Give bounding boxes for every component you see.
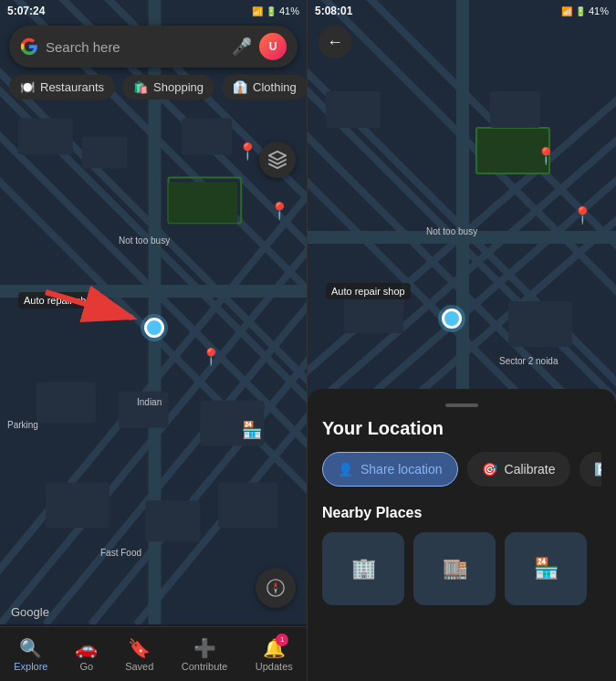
compass-icon	[266, 578, 286, 598]
auto-repair-label: Auto repair shop	[18, 292, 103, 309]
nearby-item-1[interactable]: 🏢	[322, 532, 404, 605]
nearby-item-3[interactable]: 🏪	[505, 532, 587, 605]
saved-label: Saved	[125, 661, 153, 672]
map-pin-4: 🏪	[242, 420, 262, 440]
nearby-image-2: 🏬	[413, 532, 496, 605]
user-avatar[interactable]: U	[259, 33, 287, 60]
search-input[interactable]: Search here	[46, 39, 232, 55]
back-arrow-icon: ←	[327, 33, 343, 52]
explore-label: Explore	[14, 661, 47, 672]
nav-saved[interactable]: 🔖 Saved	[125, 637, 153, 672]
svg-rect-24	[146, 500, 201, 541]
right-status-time: 5:08:01	[315, 5, 352, 17]
svg-rect-25	[218, 482, 277, 528]
mic-icon[interactable]: 🎤	[232, 37, 252, 57]
status-bar: 5:07:24 📶 🔋 41%	[0, 0, 307, 22]
chip-shopping[interactable]: 🛍️ Shopping	[122, 75, 214, 100]
back-button[interactable]: ←	[318, 26, 351, 58]
right-map-pin-1: 📍	[536, 146, 556, 166]
clothing-icon: 👔	[233, 80, 247, 94]
right-user-location-dot	[442, 309, 462, 329]
map-pin-2: 📍	[269, 201, 289, 221]
nearby-image-3: 🏪	[505, 532, 587, 605]
nearby-image-1: 🏢	[322, 532, 404, 605]
compass-button[interactable]	[256, 568, 296, 608]
nav-go[interactable]: 🚗 Go	[76, 637, 98, 672]
bottom-sheet: Your Location 👤 Share location 🎯 Calibra…	[308, 389, 616, 681]
right-status-bar: 5:08:01 📶 🔋 41%	[308, 0, 616, 22]
nearby-places-grid: 🏢 🏬 🏪	[322, 532, 601, 605]
saved-icon: 🔖	[129, 637, 151, 659]
indian-label: Indian	[137, 397, 162, 407]
status-icons: 📶 🔋 41%	[252, 5, 299, 16]
battery-icon: 🔋	[266, 6, 277, 16]
right-sector-label: Sector 2 noida	[499, 356, 559, 366]
user-location-dot	[144, 318, 164, 338]
contribute-icon: ➕	[193, 637, 215, 659]
action-buttons-row: 👤 Share location 🎯 Calibrate 🅿️ Save par…	[322, 452, 601, 487]
right-map-pin-2: 📍	[572, 205, 592, 225]
svg-rect-19	[182, 119, 232, 155]
calibrate-label: Calibrate	[505, 462, 556, 477]
nav-explore[interactable]: 🔍 Explore	[14, 637, 47, 672]
layers-button[interactable]	[259, 141, 296, 178]
google-icon	[20, 37, 38, 56]
calibrate-icon: 🎯	[482, 462, 497, 477]
left-panel: 5:07:24 📶 🔋 41% Search here 🎤 U 🍽️ Resta…	[0, 0, 308, 681]
updates-badge: 1	[276, 634, 288, 646]
fast-food-label: Fast Food	[100, 548, 141, 558]
save-parking-button[interactable]: 🅿️ Save parking	[579, 452, 601, 487]
signal-icon: 📶	[252, 6, 263, 16]
map-pin-3: 📍	[201, 347, 221, 367]
svg-rect-17	[18, 119, 73, 155]
search-bar[interactable]: Search here 🎤 U	[9, 26, 298, 68]
svg-marker-30	[274, 588, 277, 594]
svg-rect-46	[490, 91, 540, 128]
not-too-busy-label: Not too busy	[119, 236, 170, 246]
nearby-places-title: Nearby Places	[322, 505, 601, 521]
sheet-handle	[445, 403, 478, 407]
chip-restaurants[interactable]: 🍽️ Restaurants	[9, 75, 115, 100]
calibrate-button[interactable]: 🎯 Calibrate	[467, 452, 570, 487]
shopping-icon: 🛍️	[133, 80, 148, 94]
save-parking-icon: 🅿️	[594, 462, 601, 477]
nav-updates[interactable]: 🔔 1 Updates	[256, 637, 293, 672]
map-pin-1: 📍	[237, 141, 257, 162]
svg-rect-20	[37, 382, 96, 424]
right-signal-icon: 📶	[561, 6, 572, 16]
share-location-icon: 👤	[338, 462, 353, 477]
right-battery-percent: 41%	[589, 5, 609, 16]
svg-rect-45	[326, 91, 381, 128]
svg-rect-48	[508, 301, 572, 347]
status-time: 5:07:24	[7, 5, 45, 17]
chip-clothing[interactable]: 👔 Clothing	[222, 75, 307, 100]
svg-rect-16	[168, 182, 237, 223]
nearby-item-2[interactable]: 🏬	[413, 532, 496, 605]
google-logo: Google	[11, 605, 49, 619]
bottom-nav: 🔍 Explore 🚗 Go 🔖 Saved ➕ Contribute 🔔 1 …	[0, 626, 307, 681]
svg-rect-18	[82, 137, 128, 169]
chip-restaurants-label: Restaurants	[40, 80, 104, 94]
sheet-title: Your Location	[322, 418, 601, 439]
right-not-too-busy-label: Not too busy	[426, 226, 477, 236]
chip-clothing-label: Clothing	[253, 80, 297, 94]
category-chips: 🍽️ Restaurants 🛍️ Shopping 👔 Clothing	[0, 75, 307, 100]
go-label: Go	[79, 661, 93, 672]
chip-shopping-label: Shopping	[153, 80, 204, 94]
share-location-label: Share location	[360, 462, 443, 477]
restaurants-icon: 🍽️	[20, 80, 35, 94]
right-panel: 5:08:01 📶 🔋 41% ← Auto repair shop Not t…	[308, 0, 616, 681]
svg-rect-23	[46, 482, 110, 528]
parking-label: Parking	[7, 420, 38, 430]
nav-contribute[interactable]: ➕ Contribute	[182, 637, 228, 672]
right-status-icons: 📶 🔋 41%	[561, 5, 609, 16]
right-map-background	[308, 0, 616, 411]
svg-marker-29	[274, 581, 277, 588]
share-location-button[interactable]: 👤 Share location	[322, 452, 458, 487]
right-battery-icon: 🔋	[575, 6, 586, 16]
go-icon: 🚗	[76, 637, 98, 659]
explore-icon: 🔍	[20, 637, 42, 659]
right-auto-repair-label: Auto repair shop	[326, 283, 411, 299]
layers-icon	[267, 150, 287, 170]
battery-percent: 41%	[279, 5, 299, 16]
